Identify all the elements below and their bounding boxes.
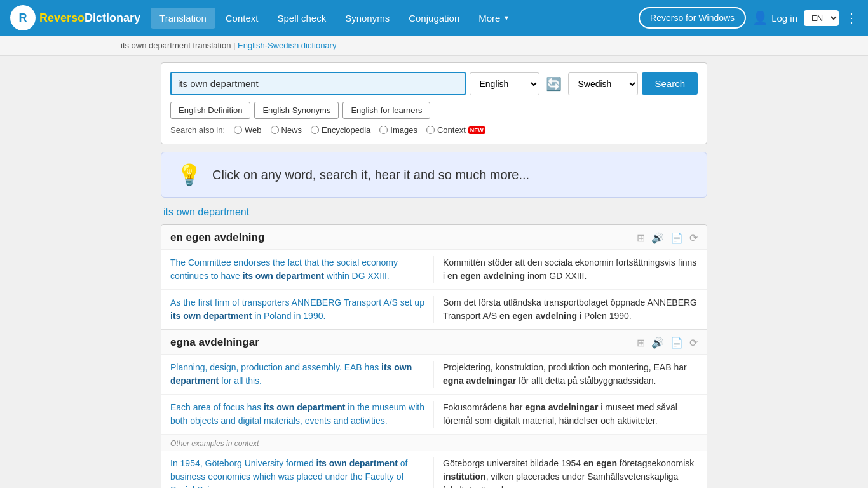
share-icon[interactable]: ⟳	[689, 232, 698, 244]
breadcrumb-dict-link[interactable]: English-Swedish dictionary	[238, 41, 336, 50]
example-row: The Committee endorses the fact that the…	[161, 250, 707, 290]
example-row: Each area of focus has its own departmen…	[161, 395, 707, 435]
highlight-phrase: its own department	[316, 458, 398, 468]
highlight-phrase-sv: egna avdelningar	[443, 376, 516, 386]
search-also-context[interactable]: ContextNEW	[426, 125, 485, 135]
target-language-dropdown[interactable]: Swedish	[568, 72, 638, 95]
nav-synonyms[interactable]: Synonyms	[336, 8, 398, 29]
source-language-dropdown[interactable]: English	[470, 72, 539, 95]
highlight-phrase: its own department	[170, 362, 412, 386]
nav-spell-check[interactable]: Spell check	[268, 8, 335, 29]
banner-text: Click on any word, search it, hear it an…	[212, 168, 529, 182]
highlight-phrase-sv: en egen	[583, 458, 617, 468]
filter-english-synonyms[interactable]: English Synonyms	[254, 102, 339, 119]
logo-text: ReversoDictionary	[39, 11, 140, 25]
nav-translation[interactable]: Translation	[151, 8, 215, 29]
example-swedish: Som det första utländska transportbolage…	[434, 296, 698, 323]
lightbulb-icon: 💡	[177, 163, 202, 187]
example-swedish: Göteborgs universitet bildade 1954 en eg…	[434, 457, 698, 488]
speaker-icon[interactable]: 🔊	[651, 232, 664, 244]
nav-more[interactable]: More ▼	[470, 8, 519, 29]
highlight-phrase: its own department	[170, 311, 252, 321]
logo[interactable]: R ReversoDictionary	[10, 5, 140, 30]
search-row: English 🔄 Swedish Search	[170, 72, 698, 95]
example-english: Planning, design, production and assembl…	[170, 361, 434, 388]
filter-english-definition[interactable]: English Definition	[170, 102, 250, 119]
login-button[interactable]: 👤 Log in	[752, 10, 797, 25]
nav-context[interactable]: Context	[217, 8, 268, 29]
highlight-phrase-sv: en egen avdelning	[447, 271, 525, 281]
breadcrumb: its own department translation | English…	[0, 36, 868, 56]
language-selector[interactable]: EN	[804, 10, 839, 26]
search-input[interactable]	[170, 72, 466, 95]
translation-icons-2: ⊞ 🔊 📄 ⟳	[637, 337, 698, 349]
example-english: Each area of focus has its own departmen…	[170, 401, 434, 428]
user-icon: 👤	[752, 10, 768, 25]
example-row: As the first firm of transporters ANNEBE…	[161, 290, 707, 329]
share-icon[interactable]: ⟳	[689, 337, 698, 349]
breadcrumb-query: its own department translation	[121, 41, 231, 50]
example-english: The Committee endorses the fact that the…	[170, 256, 434, 283]
swap-languages-button[interactable]: 🔄	[543, 74, 564, 94]
search-also-encyclopedia[interactable]: Encyclopedia	[311, 125, 370, 135]
filter-english-learners[interactable]: English for learners	[342, 102, 430, 119]
highlight-phrase: its own department	[243, 271, 324, 281]
document-icon[interactable]: 📄	[670, 232, 683, 244]
highlight-phrase-sv: egna avdelningar	[525, 402, 598, 412]
example-swedish: Fokusområdena har egna avdelningar i mus…	[434, 401, 698, 428]
search-also-web[interactable]: Web	[234, 125, 262, 135]
translation-header-1: en egen avdelning ⊞ 🔊 📄 ⟳	[161, 225, 707, 250]
translation-word-1: en egen avdelning	[170, 231, 264, 244]
results-card: en egen avdelning ⊞ 🔊 📄 ⟳ The Committee …	[161, 224, 707, 488]
search-also-news[interactable]: News	[271, 125, 302, 135]
translation-word-2: egna avdelningar	[170, 336, 259, 349]
filter-row: English Definition English Synonyms Engl…	[170, 102, 698, 119]
grid-icon[interactable]: ⊞	[637, 232, 645, 244]
highlight-phrase-sv: en egen avdelning	[499, 311, 577, 321]
nav-conjugation[interactable]: Conjugation	[400, 8, 468, 29]
example-row: In 1954, Göteborg University formed its …	[161, 451, 707, 488]
more-options-button[interactable]: ⋮	[845, 10, 858, 25]
banner: 💡 Click on any word, search it, hear it …	[161, 152, 707, 198]
search-also-label: Search also in:	[170, 125, 225, 135]
results-heading: its own department	[161, 207, 707, 218]
translation-icons-1: ⊞ 🔊 📄 ⟳	[637, 232, 698, 244]
search-also: Search also in: Web News Encyclopedia Im…	[170, 125, 698, 135]
search-button[interactable]: Search	[642, 72, 698, 95]
translation-group-2: egna avdelningar ⊞ 🔊 📄 ⟳ Planning, desig…	[161, 330, 707, 488]
grid-icon[interactable]: ⊞	[637, 337, 645, 349]
highlight-phrase-sv-2: institution	[443, 471, 486, 482]
example-swedish: Kommittén stöder att den sociala ekonomi…	[434, 256, 698, 283]
translation-group-1: en egen avdelning ⊞ 🔊 📄 ⟳ The Committee …	[161, 225, 707, 330]
header-right: Reverso for Windows 👤 Log in EN ⋮	[639, 7, 858, 29]
example-english: As the first firm of transporters ANNEBE…	[170, 296, 434, 323]
logo-icon: R	[10, 5, 36, 30]
main-content: English 🔄 Swedish Search English Definit…	[154, 56, 714, 488]
header: R ReversoDictionary Translation Context …	[0, 0, 868, 36]
document-icon[interactable]: 📄	[670, 337, 683, 349]
search-container: English 🔄 Swedish Search English Definit…	[161, 62, 707, 144]
new-badge: NEW	[468, 126, 485, 134]
search-also-images[interactable]: Images	[379, 125, 417, 135]
example-english: In 1954, Göteborg University formed its …	[170, 457, 434, 488]
highlight-phrase: its own department	[264, 402, 345, 412]
chevron-down-icon: ▼	[503, 14, 510, 22]
other-examples-label: Other examples in context	[161, 435, 707, 451]
speaker-icon[interactable]: 🔊	[651, 337, 664, 349]
translation-header-2: egna avdelningar ⊞ 🔊 📄 ⟳	[161, 330, 707, 355]
example-row: Planning, design, production and assembl…	[161, 355, 707, 395]
main-nav: Translation Context Spell check Synonyms…	[151, 8, 636, 29]
reverso-windows-button[interactable]: Reverso for Windows	[639, 7, 746, 29]
example-swedish: Projektering, konstruktion, produktion o…	[434, 361, 698, 388]
